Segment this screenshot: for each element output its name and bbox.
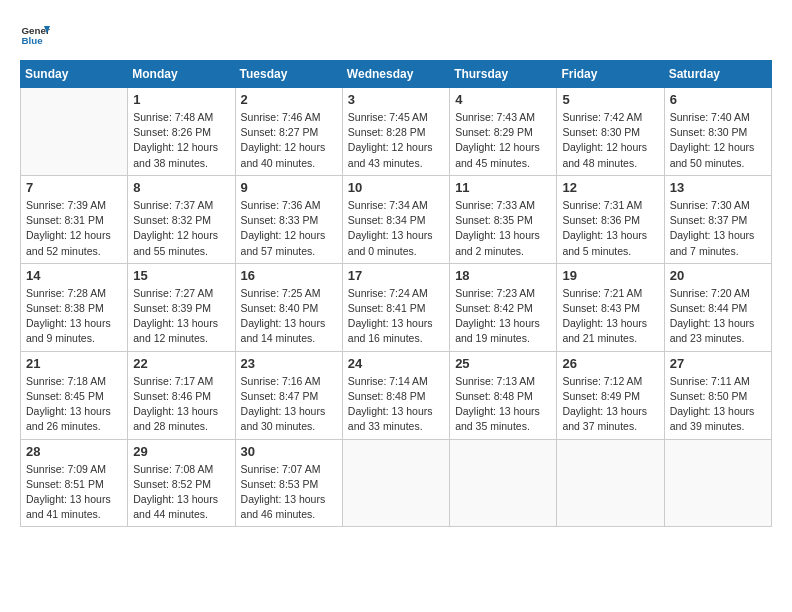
day-number: 15: [133, 268, 229, 283]
day-info: Sunrise: 7:25 AMSunset: 8:40 PMDaylight:…: [241, 286, 337, 347]
calendar-cell: 9Sunrise: 7:36 AMSunset: 8:33 PMDaylight…: [235, 175, 342, 263]
day-info: Sunrise: 7:37 AMSunset: 8:32 PMDaylight:…: [133, 198, 229, 259]
logo: General Blue: [20, 20, 50, 50]
day-info: Sunrise: 7:48 AMSunset: 8:26 PMDaylight:…: [133, 110, 229, 171]
calendar-cell: 2Sunrise: 7:46 AMSunset: 8:27 PMDaylight…: [235, 88, 342, 176]
weekday-header-thursday: Thursday: [450, 61, 557, 88]
week-row-1: 1Sunrise: 7:48 AMSunset: 8:26 PMDaylight…: [21, 88, 772, 176]
day-number: 25: [455, 356, 551, 371]
day-number: 23: [241, 356, 337, 371]
day-number: 22: [133, 356, 229, 371]
day-info: Sunrise: 7:13 AMSunset: 8:48 PMDaylight:…: [455, 374, 551, 435]
calendar-cell: 8Sunrise: 7:37 AMSunset: 8:32 PMDaylight…: [128, 175, 235, 263]
calendar-cell: 25Sunrise: 7:13 AMSunset: 8:48 PMDayligh…: [450, 351, 557, 439]
day-number: 14: [26, 268, 122, 283]
day-number: 19: [562, 268, 658, 283]
day-info: Sunrise: 7:24 AMSunset: 8:41 PMDaylight:…: [348, 286, 444, 347]
calendar-cell: 11Sunrise: 7:33 AMSunset: 8:35 PMDayligh…: [450, 175, 557, 263]
weekday-header-sunday: Sunday: [21, 61, 128, 88]
calendar-cell: 14Sunrise: 7:28 AMSunset: 8:38 PMDayligh…: [21, 263, 128, 351]
day-number: 20: [670, 268, 766, 283]
day-info: Sunrise: 7:11 AMSunset: 8:50 PMDaylight:…: [670, 374, 766, 435]
day-number: 9: [241, 180, 337, 195]
day-info: Sunrise: 7:36 AMSunset: 8:33 PMDaylight:…: [241, 198, 337, 259]
calendar-cell: 23Sunrise: 7:16 AMSunset: 8:47 PMDayligh…: [235, 351, 342, 439]
day-info: Sunrise: 7:12 AMSunset: 8:49 PMDaylight:…: [562, 374, 658, 435]
day-number: 7: [26, 180, 122, 195]
calendar-cell: 22Sunrise: 7:17 AMSunset: 8:46 PMDayligh…: [128, 351, 235, 439]
day-number: 13: [670, 180, 766, 195]
day-number: 28: [26, 444, 122, 459]
calendar-cell: 21Sunrise: 7:18 AMSunset: 8:45 PMDayligh…: [21, 351, 128, 439]
svg-text:Blue: Blue: [22, 35, 44, 46]
weekday-header-monday: Monday: [128, 61, 235, 88]
day-number: 26: [562, 356, 658, 371]
day-number: 5: [562, 92, 658, 107]
calendar-cell: 20Sunrise: 7:20 AMSunset: 8:44 PMDayligh…: [664, 263, 771, 351]
calendar-cell: 19Sunrise: 7:21 AMSunset: 8:43 PMDayligh…: [557, 263, 664, 351]
day-info: Sunrise: 7:43 AMSunset: 8:29 PMDaylight:…: [455, 110, 551, 171]
calendar-cell: [342, 439, 449, 527]
day-info: Sunrise: 7:28 AMSunset: 8:38 PMDaylight:…: [26, 286, 122, 347]
day-info: Sunrise: 7:17 AMSunset: 8:46 PMDaylight:…: [133, 374, 229, 435]
calendar-cell: 30Sunrise: 7:07 AMSunset: 8:53 PMDayligh…: [235, 439, 342, 527]
day-info: Sunrise: 7:21 AMSunset: 8:43 PMDaylight:…: [562, 286, 658, 347]
day-number: 3: [348, 92, 444, 107]
day-info: Sunrise: 7:09 AMSunset: 8:51 PMDaylight:…: [26, 462, 122, 523]
week-row-3: 14Sunrise: 7:28 AMSunset: 8:38 PMDayligh…: [21, 263, 772, 351]
calendar-cell: 17Sunrise: 7:24 AMSunset: 8:41 PMDayligh…: [342, 263, 449, 351]
calendar-cell: 24Sunrise: 7:14 AMSunset: 8:48 PMDayligh…: [342, 351, 449, 439]
calendar-cell: 13Sunrise: 7:30 AMSunset: 8:37 PMDayligh…: [664, 175, 771, 263]
calendar-cell: 6Sunrise: 7:40 AMSunset: 8:30 PMDaylight…: [664, 88, 771, 176]
weekday-header-row: SundayMondayTuesdayWednesdayThursdayFrid…: [21, 61, 772, 88]
calendar-table: SundayMondayTuesdayWednesdayThursdayFrid…: [20, 60, 772, 527]
day-number: 4: [455, 92, 551, 107]
calendar-cell: 15Sunrise: 7:27 AMSunset: 8:39 PMDayligh…: [128, 263, 235, 351]
calendar-cell: 7Sunrise: 7:39 AMSunset: 8:31 PMDaylight…: [21, 175, 128, 263]
day-info: Sunrise: 7:08 AMSunset: 8:52 PMDaylight:…: [133, 462, 229, 523]
calendar-cell: 27Sunrise: 7:11 AMSunset: 8:50 PMDayligh…: [664, 351, 771, 439]
day-info: Sunrise: 7:18 AMSunset: 8:45 PMDaylight:…: [26, 374, 122, 435]
calendar-cell: [450, 439, 557, 527]
logo-icon: General Blue: [20, 20, 50, 50]
weekday-header-wednesday: Wednesday: [342, 61, 449, 88]
calendar-cell: 26Sunrise: 7:12 AMSunset: 8:49 PMDayligh…: [557, 351, 664, 439]
calendar-cell: 3Sunrise: 7:45 AMSunset: 8:28 PMDaylight…: [342, 88, 449, 176]
day-info: Sunrise: 7:33 AMSunset: 8:35 PMDaylight:…: [455, 198, 551, 259]
day-info: Sunrise: 7:14 AMSunset: 8:48 PMDaylight:…: [348, 374, 444, 435]
calendar-cell: 4Sunrise: 7:43 AMSunset: 8:29 PMDaylight…: [450, 88, 557, 176]
calendar-cell: [664, 439, 771, 527]
day-info: Sunrise: 7:45 AMSunset: 8:28 PMDaylight:…: [348, 110, 444, 171]
calendar-cell: 28Sunrise: 7:09 AMSunset: 8:51 PMDayligh…: [21, 439, 128, 527]
day-number: 17: [348, 268, 444, 283]
day-number: 10: [348, 180, 444, 195]
calendar-cell: 29Sunrise: 7:08 AMSunset: 8:52 PMDayligh…: [128, 439, 235, 527]
calendar-cell: 12Sunrise: 7:31 AMSunset: 8:36 PMDayligh…: [557, 175, 664, 263]
day-number: 16: [241, 268, 337, 283]
day-info: Sunrise: 7:20 AMSunset: 8:44 PMDaylight:…: [670, 286, 766, 347]
day-info: Sunrise: 7:27 AMSunset: 8:39 PMDaylight:…: [133, 286, 229, 347]
weekday-header-tuesday: Tuesday: [235, 61, 342, 88]
week-row-5: 28Sunrise: 7:09 AMSunset: 8:51 PMDayligh…: [21, 439, 772, 527]
day-info: Sunrise: 7:30 AMSunset: 8:37 PMDaylight:…: [670, 198, 766, 259]
calendar-cell: 16Sunrise: 7:25 AMSunset: 8:40 PMDayligh…: [235, 263, 342, 351]
calendar-cell: [21, 88, 128, 176]
calendar-cell: 1Sunrise: 7:48 AMSunset: 8:26 PMDaylight…: [128, 88, 235, 176]
day-number: 2: [241, 92, 337, 107]
day-info: Sunrise: 7:39 AMSunset: 8:31 PMDaylight:…: [26, 198, 122, 259]
calendar-cell: 18Sunrise: 7:23 AMSunset: 8:42 PMDayligh…: [450, 263, 557, 351]
day-number: 29: [133, 444, 229, 459]
day-info: Sunrise: 7:23 AMSunset: 8:42 PMDaylight:…: [455, 286, 551, 347]
day-number: 24: [348, 356, 444, 371]
day-info: Sunrise: 7:40 AMSunset: 8:30 PMDaylight:…: [670, 110, 766, 171]
day-info: Sunrise: 7:31 AMSunset: 8:36 PMDaylight:…: [562, 198, 658, 259]
day-number: 12: [562, 180, 658, 195]
day-number: 6: [670, 92, 766, 107]
day-info: Sunrise: 7:34 AMSunset: 8:34 PMDaylight:…: [348, 198, 444, 259]
day-number: 1: [133, 92, 229, 107]
day-info: Sunrise: 7:07 AMSunset: 8:53 PMDaylight:…: [241, 462, 337, 523]
calendar-cell: [557, 439, 664, 527]
weekday-header-friday: Friday: [557, 61, 664, 88]
day-info: Sunrise: 7:16 AMSunset: 8:47 PMDaylight:…: [241, 374, 337, 435]
day-number: 11: [455, 180, 551, 195]
